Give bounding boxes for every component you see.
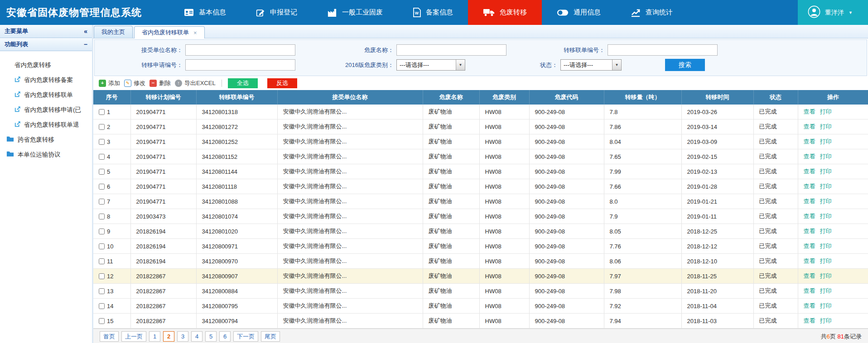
view-link[interactable]: 查看 <box>804 302 815 309</box>
export-excel-button[interactable]: ↑ 导出EXCEL <box>175 79 216 87</box>
view-link[interactable]: 查看 <box>804 317 815 324</box>
last-page-button[interactable]: 尾页 <box>261 331 280 342</box>
external-link-icon <box>14 121 21 129</box>
view-link[interactable]: 查看 <box>804 168 815 175</box>
view-link[interactable]: 查看 <box>804 243 815 249</box>
print-link[interactable]: 打印 <box>820 123 832 130</box>
print-link[interactable]: 打印 <box>820 287 832 294</box>
page-number-button[interactable]: 1 <box>149 331 160 342</box>
row-checkbox[interactable] <box>99 288 105 294</box>
sidebar-item-transport-agreement[interactable]: 本单位运输协议 <box>0 147 92 162</box>
row-checkbox[interactable] <box>99 124 105 130</box>
add-button[interactable]: + 添加 <box>99 79 120 87</box>
row-checkbox[interactable] <box>99 139 105 145</box>
print-link[interactable]: 打印 <box>820 198 832 205</box>
waste-category-cell: HW08 <box>479 149 529 164</box>
waste-category-cell: HW08 <box>479 224 529 239</box>
row-checkbox[interactable] <box>99 184 105 190</box>
first-page-button[interactable]: 首页 <box>100 331 119 342</box>
view-link[interactable]: 查看 <box>804 213 815 219</box>
prev-page-button[interactable]: 上一页 <box>121 331 146 342</box>
page-number-button[interactable]: 3 <box>177 331 188 342</box>
view-link[interactable]: 查看 <box>804 153 815 160</box>
row-checkbox[interactable] <box>99 214 105 219</box>
row-checkbox[interactable] <box>99 154 105 160</box>
collapse-sidebar-icon[interactable]: « <box>84 28 87 35</box>
sidebar-item-transfer-manifest[interactable]: 省内危废转移联单 <box>0 87 92 102</box>
page-number-button[interactable]: 6 <box>219 331 231 342</box>
edit-button[interactable]: ✎ 修改 <box>124 79 145 87</box>
waste-category-select[interactable]: ---请选择--- ▼ <box>396 59 465 71</box>
print-link[interactable]: 打印 <box>820 138 832 145</box>
waste-category-cell: HW08 <box>479 299 529 314</box>
col-header-waste-code: 危废代码 <box>529 90 604 105</box>
print-link[interactable]: 打印 <box>820 272 832 279</box>
close-icon[interactable]: × <box>193 30 197 36</box>
page-number-button[interactable]: 4 <box>191 331 203 342</box>
receiver-cell: 安徽中久润滑油有限公... <box>277 299 423 314</box>
delete-button[interactable]: − 删除 <box>149 79 171 87</box>
print-link[interactable]: 打印 <box>820 257 832 264</box>
print-link[interactable]: 打印 <box>820 213 832 219</box>
row-checkbox[interactable] <box>99 169 105 175</box>
view-link[interactable]: 查看 <box>804 287 815 294</box>
view-link[interactable]: 查看 <box>804 108 815 115</box>
row-index: 13 <box>107 288 113 295</box>
next-page-button[interactable]: 下一页 <box>233 331 258 342</box>
row-checkbox[interactable] <box>99 229 105 234</box>
row-checkbox[interactable] <box>99 318 105 324</box>
sidebar-item-cross-province-transfer[interactable]: 跨省危废转移 <box>0 132 92 147</box>
print-link[interactable]: 打印 <box>820 168 832 175</box>
user-menu[interactable]: 董洋洋 ▼ <box>798 0 868 25</box>
print-link[interactable]: 打印 <box>820 153 832 160</box>
nav-item-basic-info[interactable]: 基本信息 <box>169 0 241 25</box>
page-number-button[interactable]: 2 <box>163 331 174 342</box>
nav-item-general-info[interactable]: 通用信息 <box>542 0 616 25</box>
row-checkbox[interactable] <box>99 109 105 115</box>
view-link[interactable]: 查看 <box>804 123 815 130</box>
nav-item-record-info[interactable]: W 备案信息 <box>398 0 468 25</box>
status-cell: 已完成 <box>753 105 798 119</box>
page-number-button[interactable]: 5 <box>205 331 217 342</box>
print-link[interactable]: 打印 <box>820 108 832 115</box>
status-select[interactable]: ---请选择--- ▼ <box>560 59 622 71</box>
print-link[interactable]: 打印 <box>820 243 832 249</box>
tab-my-homepage[interactable]: 我的主页 <box>94 26 133 38</box>
row-checkbox[interactable] <box>99 258 105 264</box>
nav-item-declare[interactable]: 申报登记 <box>241 0 312 25</box>
row-checkbox[interactable] <box>99 199 105 205</box>
main-panel: 我的主页 省内危废转移联单 × 接受单位名称： 危废名称： 转移联单编号： <box>93 25 868 343</box>
invert-selection-button[interactable]: 反选 <box>267 78 297 88</box>
view-link[interactable]: 查看 <box>804 138 815 145</box>
sidebar-item-manifest-return[interactable]: 省内危废转移联单退 <box>0 117 92 132</box>
view-link[interactable]: 查看 <box>804 257 815 264</box>
view-link[interactable]: 查看 <box>804 228 815 234</box>
apply-no-input[interactable] <box>185 59 295 71</box>
tab-transfer-manifest[interactable]: 省内危废转移联单 × <box>134 26 205 38</box>
nav-item-query-stats[interactable]: 查询统计 <box>616 0 688 25</box>
print-link[interactable]: 打印 <box>820 183 832 190</box>
waste-name-input[interactable] <box>396 44 506 56</box>
nav-item-industrial-waste[interactable]: 一般工业固废 <box>312 0 398 25</box>
sidebar-item-transfer-record[interactable]: 省内危废转移备案 <box>0 72 92 87</box>
view-link[interactable]: 查看 <box>804 183 815 190</box>
nav-item-hazwaste-transfer[interactable]: 危废转移 <box>468 0 542 25</box>
receiver-name-input[interactable] <box>185 44 295 56</box>
row-index: 3 <box>107 138 110 145</box>
sidebar-item-transfer-apply[interactable]: 省内危废转移申请(已 <box>0 102 92 117</box>
print-link[interactable]: 打印 <box>820 228 832 234</box>
select-all-button[interactable]: 全选 <box>228 78 258 88</box>
view-link[interactable]: 查看 <box>804 198 815 205</box>
export-icon: ↑ <box>175 80 182 87</box>
row-checkbox[interactable] <box>99 273 105 279</box>
view-link[interactable]: 查看 <box>804 272 815 279</box>
sidebar-group-intra-province-transfer[interactable]: 省内危废转移 <box>0 57 92 72</box>
row-checkbox[interactable] <box>99 243 105 249</box>
tab-label: 我的主页 <box>101 28 125 36</box>
manifest-no-input[interactable] <box>608 44 718 56</box>
print-link[interactable]: 打印 <box>820 302 832 309</box>
print-link[interactable]: 打印 <box>820 317 832 324</box>
minus-icon[interactable]: − <box>84 41 87 48</box>
search-button[interactable]: 搜索 <box>665 59 705 71</box>
row-checkbox[interactable] <box>99 303 105 309</box>
